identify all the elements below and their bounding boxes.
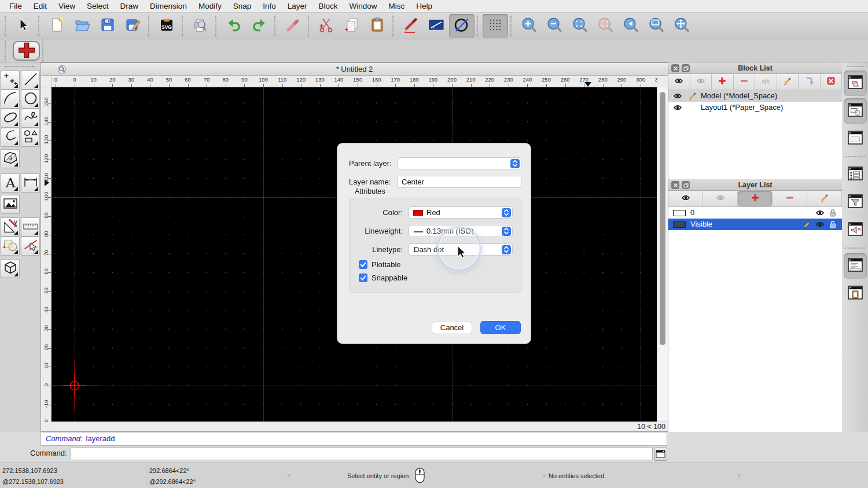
color-dropdown[interactable]: Red <box>409 206 513 219</box>
vertical-scrollbar[interactable] <box>657 87 668 423</box>
plottable-checkbox[interactable] <box>359 260 367 269</box>
menu-select[interactable]: Select <box>81 0 115 13</box>
grid-dots-button[interactable] <box>483 14 508 38</box>
menu-window[interactable]: Window <box>344 0 383 13</box>
open-file-button[interactable] <box>69 14 95 38</box>
cad-tools-tool-button[interactable] <box>1 217 20 236</box>
show-all-layers-button[interactable] <box>668 191 703 206</box>
remove-all-blocks-button[interactable] <box>821 74 843 90</box>
snappable-checkbox[interactable] <box>359 273 367 282</box>
layer-list-toggle-button[interactable] <box>844 98 867 124</box>
hide-all-blocks-button[interactable] <box>690 74 712 90</box>
command-panel-toggle-button[interactable] <box>654 447 667 461</box>
remove-layer-button[interactable] <box>773 191 807 206</box>
snap-line-tool-button[interactable] <box>21 236 40 256</box>
ok-button[interactable]: OK <box>480 321 521 334</box>
eye-icon[interactable] <box>673 91 682 102</box>
zoom-back-button[interactable] <box>618 14 643 38</box>
menu-snap[interactable]: Snap <box>227 0 258 13</box>
command-history-toggle-button[interactable] <box>844 253 867 279</box>
library-browser-toggle-button[interactable] <box>844 126 867 151</box>
layer-name-input[interactable] <box>398 176 521 188</box>
block-list-toggle-button[interactable] <box>844 71 867 96</box>
rename-block-button[interactable]: a|b <box>755 74 777 90</box>
drawing-window-titlebar[interactable]: * Untitled 2 <box>41 63 668 76</box>
parent-layer-dropdown[interactable] <box>398 157 521 169</box>
menu-edit[interactable]: Edit <box>28 0 53 13</box>
new-file-button[interactable] <box>44 14 69 38</box>
lineweight-dropdown[interactable]: 0.13mm (ISO) <box>409 225 513 237</box>
command-history[interactable]: Command:layeradd <box>41 432 667 446</box>
modify-tool-button[interactable] <box>1 236 20 256</box>
spline-tool-button[interactable] <box>21 109 40 128</box>
selection-arrow-button[interactable] <box>10 14 36 38</box>
zoom-auto-button[interactable] <box>567 14 593 38</box>
block-row[interactable]: Layout1 (*Paper_Space) <box>668 102 842 113</box>
menu-help[interactable]: Help <box>410 0 438 13</box>
measure-tool-button[interactable] <box>21 217 40 236</box>
insert-block-button[interactable] <box>799 74 821 90</box>
svg-export-button[interactable]: SVG <box>154 14 179 38</box>
zoom-in-button[interactable] <box>516 14 542 38</box>
menu-dimension[interactable]: Dimension <box>144 0 193 13</box>
command-output-toggle-button[interactable] <box>844 217 867 243</box>
menu-misc[interactable]: Misc <box>383 0 411 13</box>
linetype-dropdown[interactable]: Dash dot <box>409 243 513 256</box>
cancel-button[interactable]: Cancel <box>432 321 472 334</box>
eye-icon[interactable] <box>815 208 825 219</box>
menu-file[interactable]: File <box>3 0 28 13</box>
add-layer-button[interactable] <box>738 191 773 206</box>
arc-tool-button[interactable] <box>1 90 20 109</box>
menu-block[interactable]: Block <box>313 0 344 13</box>
add-layer-plus-button[interactable] <box>13 41 40 61</box>
ellipse-tool-button[interactable] <box>1 109 20 128</box>
circle-tool-button[interactable] <box>21 90 40 109</box>
eye-icon[interactable] <box>815 220 825 231</box>
add-block-button[interactable] <box>712 74 734 90</box>
menu-layer[interactable]: Layer <box>282 0 313 13</box>
edit-layer-button[interactable] <box>807 191 842 206</box>
print-preview-button[interactable] <box>187 14 213 38</box>
circle-line-button[interactable] <box>449 14 475 38</box>
draw-pencil-button[interactable] <box>398 14 424 38</box>
undo-button[interactable] <box>221 14 247 38</box>
text-tool-button[interactable]: A <box>1 173 20 193</box>
pencil-icon[interactable] <box>803 220 812 231</box>
lock-icon[interactable] <box>828 208 837 219</box>
scrollbar-thumb[interactable] <box>660 92 665 345</box>
zoom-pan-button[interactable] <box>669 14 694 38</box>
hide-all-layers-button[interactable] <box>703 191 738 206</box>
cut-button[interactable] <box>314 14 339 38</box>
menu-view[interactable]: View <box>53 0 81 13</box>
redo-button[interactable] <box>247 14 272 38</box>
menu-draw[interactable]: Draw <box>115 0 145 13</box>
command-input[interactable] <box>71 448 653 460</box>
zoom-window-button[interactable] <box>643 14 669 38</box>
zoom-out-button[interactable] <box>542 14 567 38</box>
solid-tool-button[interactable] <box>1 259 20 278</box>
polyline-tool-button[interactable] <box>1 128 20 147</box>
menu-info[interactable]: Info <box>257 0 282 13</box>
copy-button[interactable] <box>339 14 365 38</box>
block-row[interactable]: Model (*Model_Space) <box>668 90 842 102</box>
layer-row[interactable]: 0 <box>668 207 842 219</box>
remove-block-button[interactable] <box>734 74 756 90</box>
image-tool-button[interactable] <box>1 195 20 214</box>
pencil-icon[interactable] <box>688 91 697 102</box>
selection-filter-toggle-button[interactable] <box>844 190 867 215</box>
line-in-rect-button[interactable] <box>424 14 449 38</box>
save-button[interactable] <box>95 14 120 38</box>
eye-icon[interactable] <box>673 103 682 114</box>
zoom-previous-button[interactable] <box>593 14 618 38</box>
points-tool-button[interactable] <box>1 71 20 90</box>
hatch-tool-button[interactable] <box>1 149 20 168</box>
edit-block-button[interactable] <box>777 74 799 90</box>
paste-button[interactable] <box>365 14 390 38</box>
shapes-tool-button[interactable] <box>21 128 40 147</box>
lock-icon[interactable] <box>828 220 837 231</box>
dimension-tool-button[interactable] <box>21 173 40 193</box>
menu-modify[interactable]: Modify <box>193 0 227 13</box>
show-all-blocks-button[interactable] <box>668 74 690 90</box>
erase-button[interactable] <box>280 14 306 38</box>
line-tool-button[interactable] <box>21 71 40 90</box>
